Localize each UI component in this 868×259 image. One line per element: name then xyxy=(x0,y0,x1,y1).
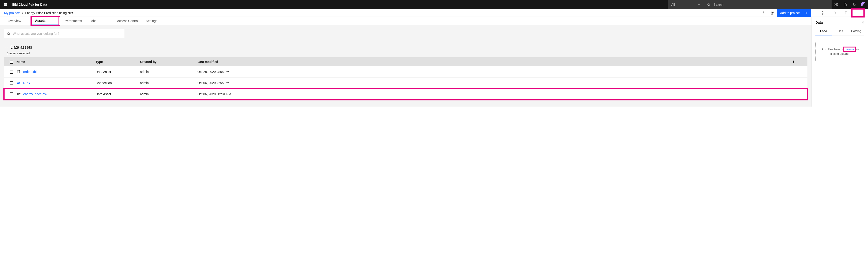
rp-tab-load[interactable]: Load xyxy=(815,27,832,35)
cell-created: admin xyxy=(140,70,197,74)
add-to-project-label: Add to project xyxy=(780,11,800,15)
svg-point-5 xyxy=(18,70,18,71)
assets-search[interactable] xyxy=(4,29,124,38)
chevron-down-icon xyxy=(5,46,8,49)
cell-type: Data Asset xyxy=(96,92,140,96)
tab-jobs[interactable]: Jobs xyxy=(86,17,114,25)
svg-point-3 xyxy=(857,13,858,14)
data-panel: Data ✕ Load Files Catalog Drop files her… xyxy=(811,17,868,107)
tab-assets[interactable]: Assets xyxy=(31,17,59,25)
chevron-down-icon xyxy=(698,3,701,6)
cell-created: admin xyxy=(140,92,197,96)
data-panel-title: Data xyxy=(815,21,823,24)
table-row[interactable]: orders.tbl Data Asset admin Oct 28, 2020… xyxy=(4,66,807,77)
col-created[interactable]: Created by xyxy=(140,60,197,64)
schema-icon xyxy=(17,70,21,74)
tab-environments[interactable]: Environments xyxy=(59,17,86,25)
add-to-project-button[interactable]: Add to project xyxy=(777,9,811,17)
select-all-checkbox[interactable] xyxy=(10,60,13,64)
svg-point-2 xyxy=(859,11,859,12)
info-icon[interactable] xyxy=(816,9,828,17)
rp-tab-catalog[interactable]: Catalog xyxy=(848,27,864,35)
search-icon xyxy=(7,32,10,35)
asset-link[interactable]: orders.tbl xyxy=(23,70,36,74)
cell-modified: Oct 06, 2020, 3:55 PM xyxy=(197,81,805,85)
asset-link[interactable]: energy_price.csv xyxy=(23,92,48,96)
svg-point-7 xyxy=(18,73,18,73)
sort-icon[interactable] xyxy=(792,60,795,63)
global-search[interactable] xyxy=(704,0,832,9)
col-name[interactable]: Name xyxy=(17,60,96,64)
scope-select[interactable]: All xyxy=(668,0,704,9)
app-title: IBM Cloud Pak for Data xyxy=(11,3,47,6)
cell-created: admin xyxy=(140,81,197,85)
history-icon[interactable] xyxy=(828,9,840,17)
notifications-icon[interactable] xyxy=(850,0,859,9)
scope-select-label: All xyxy=(671,3,675,6)
assets-search-input[interactable] xyxy=(13,32,121,35)
svg-point-1 xyxy=(857,11,858,12)
export-icon[interactable] xyxy=(759,9,768,17)
table-row[interactable]: IBM NPS Connection admin Oct 06, 2020, 3… xyxy=(4,77,807,88)
breadcrumb: My projects / Energy Price Prediction us… xyxy=(4,11,74,15)
top-bar: IBM Cloud Pak for Data All xyxy=(0,0,868,9)
project-tabs: Overview Assets Environments Jobs Access… xyxy=(0,17,811,25)
tab-settings[interactable]: Settings xyxy=(142,17,169,25)
col-type[interactable]: Type xyxy=(96,60,140,64)
csv-icon: CSV xyxy=(17,93,21,95)
row-checkbox[interactable] xyxy=(10,92,13,96)
catalog-icon[interactable] xyxy=(832,0,841,9)
data-panel-icon[interactable] xyxy=(852,9,864,17)
svg-point-8 xyxy=(19,73,20,73)
col-modified[interactable]: Last modified xyxy=(197,60,805,64)
row-checkbox[interactable] xyxy=(10,81,13,85)
breadcrumb-sep: / xyxy=(22,11,23,15)
rp-tab-files[interactable]: Files xyxy=(832,27,848,35)
table-row[interactable]: CSV energy_price.csv Data Asset admin Oc… xyxy=(4,88,807,100)
assets-body: Data assets 0 assets selected. Name Type… xyxy=(0,25,811,107)
asset-link[interactable]: NPS xyxy=(23,81,30,85)
page-header-actions: Add to project xyxy=(759,9,864,17)
cell-modified: Oct 06, 2020, 12:31 PM xyxy=(197,92,805,96)
selected-count: 0 assets selected. xyxy=(7,51,807,55)
cell-type: Connection xyxy=(96,81,140,85)
data-panel-tabs: Load Files Catalog xyxy=(815,27,864,35)
search-icon xyxy=(707,3,711,6)
section-title: Data assets xyxy=(10,45,32,50)
dropzone-text-pre: Drop files here or xyxy=(820,47,843,51)
tab-overview[interactable]: Overview xyxy=(4,17,31,25)
bookmark-icon[interactable] xyxy=(840,9,852,17)
section-head[interactable]: Data assets xyxy=(5,45,807,50)
tab-access-control[interactable]: Access Control xyxy=(114,17,142,25)
cell-type: Data Asset xyxy=(96,70,140,74)
svg-point-4 xyxy=(859,13,859,14)
dropzone[interactable]: Drop files here or browse for files to u… xyxy=(815,42,864,61)
assets-table: Name Type Created by Last modified order… xyxy=(4,57,807,100)
svg-point-6 xyxy=(19,70,20,71)
breadcrumb-current: Energy Price Prediction using NPS xyxy=(25,11,74,15)
table-header: Name Type Created by Last modified xyxy=(4,57,807,66)
global-search-input[interactable] xyxy=(713,3,828,6)
cell-modified: Oct 28, 2020, 4:58 PM xyxy=(197,70,805,74)
breadcrumb-root[interactable]: My projects xyxy=(4,11,21,15)
topbar-icons xyxy=(832,0,868,9)
plus-icon xyxy=(805,11,808,14)
page-header: My projects / Energy Price Prediction us… xyxy=(0,9,868,17)
avatar[interactable] xyxy=(859,0,868,9)
browse-link[interactable]: browse xyxy=(844,47,855,51)
document-icon[interactable] xyxy=(841,0,850,9)
close-icon[interactable]: ✕ xyxy=(862,21,864,24)
ibm-icon: IBM xyxy=(17,82,21,84)
menu-icon[interactable] xyxy=(0,0,11,9)
add-collaborator-icon[interactable] xyxy=(768,9,777,17)
row-checkbox[interactable] xyxy=(10,70,13,74)
